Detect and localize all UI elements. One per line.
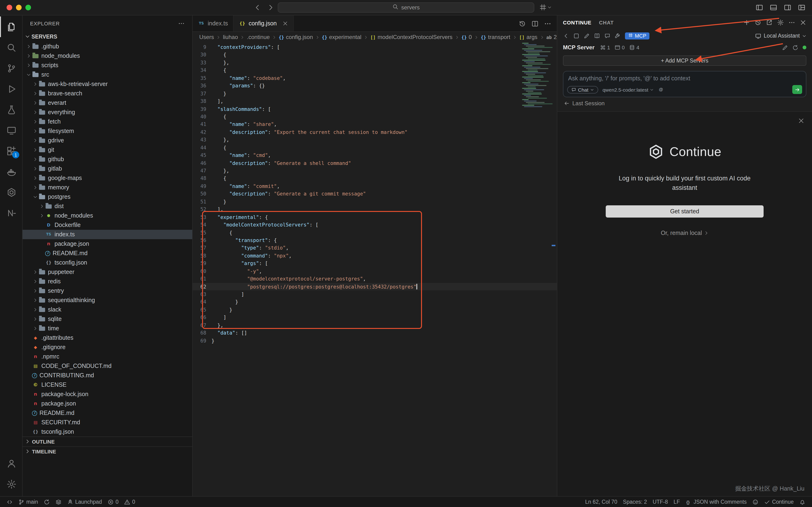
tree-item-package-lock-json[interactable]: npackage-lock.json [22, 390, 192, 399]
tree-item-contributing-md[interactable]: iCONTRIBUTING.md [22, 371, 192, 380]
tree-item-memory[interactable]: memory [22, 183, 192, 192]
code-line-45[interactable]: 45 "name": "cmd", [193, 151, 557, 159]
code-line-50[interactable]: 50 "description": "Generate a git commit… [193, 190, 557, 198]
sidebar-more-icon[interactable] [178, 20, 185, 27]
open-in-editor-icon[interactable] [766, 19, 772, 26]
tree-item-tsconfig-json[interactable]: {}tsconfig.json [22, 258, 192, 267]
code-line-62[interactable]: 62 "postgresql://postgres:postgres@local… [193, 283, 557, 290]
tree-item-index-ts[interactable]: TSindex.ts [22, 230, 192, 239]
section-servers[interactable]: SERVERS [22, 32, 192, 42]
get-started-button[interactable]: Get started [606, 205, 764, 217]
explorer-icon[interactable] [0, 16, 22, 37]
editor-tab-config-json[interactable]: {}config.json [234, 15, 294, 32]
status-notifications[interactable] [797, 497, 808, 507]
tree-item-time[interactable]: time [22, 324, 192, 333]
tree-item-postgres[interactable]: postgres [22, 192, 192, 202]
search-icon[interactable] [0, 37, 22, 58]
accounts-icon[interactable] [0, 453, 22, 474]
code-line-39[interactable]: 39 "slashCommands": [ [193, 105, 557, 113]
tree-item-filesystem[interactable]: filesystem [22, 126, 192, 136]
code-line-64[interactable]: 64 } [193, 298, 557, 306]
code-line-51[interactable]: 51 } [193, 198, 557, 206]
status-launchpad[interactable]: Launchpad [64, 497, 105, 507]
tree-item-license[interactable]: ©LICENSE [22, 380, 192, 390]
tree-item--gitattributes[interactable]: ◆.gitattributes [22, 333, 192, 343]
status-feedback[interactable] [750, 497, 761, 507]
tree-item-dist[interactable]: dist [22, 202, 192, 211]
code-line-53[interactable]: 53 "experimental": { [193, 213, 557, 221]
nx-console-icon[interactable] [0, 203, 22, 223]
tree-item--npmrc[interactable]: n.npmrc [22, 352, 192, 361]
back-icon[interactable] [563, 33, 569, 39]
status-language-mode[interactable]: {}JSON with Comments [683, 497, 750, 507]
tree-item-aws-kb-retrieval-server[interactable]: aws-kb-retrieval-server [22, 79, 192, 89]
code-line-37[interactable]: 37 } [193, 90, 557, 97]
remote-explorer-icon[interactable] [0, 120, 22, 140]
assistant-selector[interactable]: Local Assistant [755, 33, 806, 39]
code-line-59[interactable]: 59 "args": [ [193, 260, 557, 267]
minimap[interactable] [522, 43, 549, 107]
code-line-55[interactable]: 55 { [193, 229, 557, 236]
run-and-debug-icon[interactable] [0, 78, 22, 99]
pane-outline[interactable]: OUTLINE [22, 437, 192, 446]
breadcrumb-item[interactable]: liuhao [223, 34, 238, 41]
tree-item-sqlite[interactable]: sqlite [22, 314, 192, 324]
status-encoding[interactable]: UTF-8 [650, 497, 671, 507]
edit-mcp-icon[interactable] [782, 44, 788, 51]
toggle-sidebar-icon[interactable] [756, 4, 763, 11]
tree-item-sentry[interactable]: sentry [22, 286, 192, 295]
code-line-41[interactable]: 41 "name": "share", [193, 120, 557, 128]
status-branch-main[interactable]: main [15, 497, 41, 507]
extensions-icon[interactable]: 1 [0, 140, 22, 161]
code-line-40[interactable]: 40 { [193, 113, 557, 120]
add-mcp-servers-button[interactable]: + Add MCP Servers [563, 55, 806, 66]
code-line-38[interactable]: 38 ], [193, 97, 557, 105]
mcp-command-count[interactable]: 1 [600, 45, 610, 50]
tools-icon[interactable] [615, 33, 621, 39]
code-line-47[interactable]: 47 }, [193, 167, 557, 175]
more-actions-icon[interactable] [544, 20, 551, 27]
breadcrumb-item[interactable]: .continue [247, 34, 270, 41]
tree-item-scripts[interactable]: scripts [22, 61, 192, 70]
maximize-window-button[interactable] [25, 5, 31, 10]
code-line-44[interactable]: 44 { [193, 144, 557, 151]
code-line-61[interactable]: 61 "@modelcontextprotocol/server-postgre… [193, 275, 557, 283]
more-icon[interactable] [789, 19, 795, 26]
tree-item-code-of-conduct-md[interactable]: ▤CODE_OF_CONDUCT.md [22, 361, 192, 371]
model-selector[interactable]: qwen2.5-coder:latest [602, 87, 653, 92]
mcp-database-count[interactable]: 4 [629, 45, 639, 50]
tree-item-tsconfig-json[interactable]: {}tsconfig.json [22, 427, 192, 437]
code-line-30[interactable]: 30 { [193, 51, 557, 59]
testing-icon[interactable] [0, 99, 22, 120]
code-area[interactable]: 9 "contextProviders": [30 {33 },34 {35 "… [193, 42, 557, 496]
breadcrumb-item[interactable]: {}config.json [279, 34, 313, 41]
status-remote-indicator[interactable] [4, 497, 15, 507]
code-line-57[interactable]: 57 "type": "stdio", [193, 244, 557, 252]
code-line-42[interactable]: 42 "description": "Export the current ch… [193, 128, 557, 136]
code-line-9[interactable]: 9 "contextProviders": [ [193, 43, 557, 51]
refresh-mcp-icon[interactable] [792, 44, 798, 51]
blocks-icon[interactable] [573, 33, 579, 39]
docs-icon[interactable] [594, 33, 600, 39]
remain-local-link[interactable]: Or, remain local [557, 230, 812, 236]
tree-item-everything[interactable]: everything [22, 108, 192, 117]
breadcrumb-item[interactable]: []modelContextProtocolServers [370, 34, 453, 41]
tree-item--github[interactable]: .github [22, 42, 192, 51]
code-line-65[interactable]: 65 } [193, 306, 557, 314]
code-line-54[interactable]: 54 "modelContextProtocolServers": [ [193, 221, 557, 229]
code-line-63[interactable]: 63 ] [193, 290, 557, 298]
last-session-link[interactable]: Last Session [557, 97, 812, 110]
send-button[interactable] [792, 85, 802, 94]
tree-item-readme-md[interactable]: iREADME.md [22, 248, 192, 258]
status-eol[interactable]: LF [671, 497, 683, 507]
status-sync-changes[interactable] [41, 497, 53, 507]
source-control-icon[interactable] [0, 58, 22, 78]
close-tab-icon[interactable] [282, 21, 288, 26]
customize-layout-icon[interactable] [798, 4, 805, 11]
tree-item-google-maps[interactable]: google-maps [22, 173, 192, 183]
code-line-58[interactable]: 58 "command": "npx", [193, 252, 557, 260]
close-welcome-icon[interactable] [798, 117, 805, 124]
code-line-52[interactable]: 52 ], [193, 205, 557, 213]
toggle-secondary-sidebar-icon[interactable] [784, 4, 791, 11]
tab-chat[interactable]: CHAT [599, 20, 614, 25]
